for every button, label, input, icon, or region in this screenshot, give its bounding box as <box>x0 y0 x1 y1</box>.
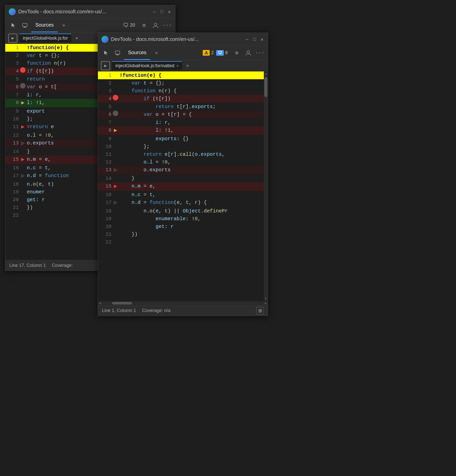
breakpoint-13[interactable]: ▷ <box>21 140 24 146</box>
window-title-1: DevTools - docs.microsoft.com/en-us/... <box>18 9 150 15</box>
table-row: 10 }; <box>98 143 264 150</box>
toolbar-1: Sources » 🗨 20 ⚙ ··· <box>5 18 175 32</box>
table-row: 5 return t[r].exports; <box>98 103 264 111</box>
code-content-2: 1 !function(e) { 2 var t = {}; 3 functio… <box>98 71 264 301</box>
breakpoint-w2-4[interactable] <box>113 95 118 100</box>
horizontal-scrollbar[interactable]: ◀ ▶ <box>98 301 268 305</box>
cursor-icon[interactable] <box>8 20 18 30</box>
breakpoint-4[interactable] <box>20 67 26 73</box>
table-row: 14 } <box>98 175 264 182</box>
table-row: 12 o.l = !0, <box>98 158 264 166</box>
table-row: 18 n.o(e, t) || Object.definePr <box>98 207 264 215</box>
settings-small-btn[interactable]: ⊞ <box>256 307 264 314</box>
titlebar-1: DevTools - docs.microsoft.com/en-us/... … <box>5 5 175 18</box>
table-row: 22 <box>98 238 264 246</box>
close-file-tab[interactable]: × <box>176 64 179 68</box>
device-icon[interactable] <box>20 20 30 30</box>
maximize-button-1[interactable]: □ <box>160 10 164 14</box>
table-row: 8 ▶ l: !1, <box>98 126 264 135</box>
minimize-button-1[interactable]: — <box>152 10 157 14</box>
file-header-2: ▶ injectGlobalHook.js:formatted × » <box>98 60 268 71</box>
table-row: 20 get: r <box>98 223 264 230</box>
close-button-1[interactable]: ✕ <box>167 10 172 14</box>
window-controls-1: — □ ✕ <box>152 10 172 14</box>
scrollbar-thumb[interactable] <box>264 77 267 97</box>
app-icon-1 <box>9 8 16 15</box>
table-row: 21 }) <box>98 230 264 238</box>
more-tabs-1[interactable]: » <box>59 21 68 30</box>
device-icon-2[interactable] <box>112 48 123 58</box>
play-button-2[interactable]: ▶ <box>101 61 110 70</box>
svg-rect-4 <box>115 51 120 54</box>
table-row: 17 ▷ n.d = function(e, t, r) { <box>98 199 264 207</box>
svg-point-7 <box>247 51 250 53</box>
statusbar-2: Line 1, Column 1 Coverage: n/a ⊞ <box>98 305 268 316</box>
vertical-scrollbar[interactable]: ▲ ▼ <box>264 71 268 301</box>
table-row: 1 !function(e) { <box>98 71 264 79</box>
breakpoint-17[interactable]: ▷ <box>21 173 24 179</box>
breakpoint-w2-13[interactable]: ▷ <box>114 167 117 173</box>
file-tab-2[interactable]: injectGlobalHook.js:formatted × <box>112 61 182 70</box>
breakpoint-w2-6[interactable] <box>113 111 118 116</box>
titlebar-2: DevTools - docs.microsoft.com/en-us/... … <box>98 33 268 46</box>
warning-badge-2: ⚠ 2 🗨 8 <box>200 49 230 57</box>
table-row: 13 ▷ o.exports <box>98 166 264 175</box>
svg-point-3 <box>154 23 157 26</box>
window-title-2: DevTools - docs.microsoft.com/en-us/... <box>111 36 242 42</box>
table-row: 2 var t = {}; <box>98 79 264 87</box>
maximize-button-2[interactable]: □ <box>252 37 257 42</box>
app-icon-2 <box>101 36 108 43</box>
table-row: 7 i: r, <box>98 119 264 126</box>
breakpoint-15[interactable]: ▶ <box>21 156 24 163</box>
breakpoint-6[interactable] <box>20 83 26 89</box>
count-badge-1: 🗨 20 <box>121 21 138 30</box>
code-with-scrollbar: 1 !function(e) { 2 var t = {}; 3 functio… <box>98 71 268 301</box>
table-row: 15 ▶ n.m = e, <box>98 182 264 191</box>
file-chevron-2[interactable]: » <box>186 63 189 68</box>
window-controls-2: — □ ✕ <box>245 37 264 42</box>
play-button-1[interactable]: ▶ <box>8 34 17 43</box>
minimize-button-2[interactable]: — <box>245 37 249 42</box>
table-row: 6 var o = t[r] = { <box>98 111 264 119</box>
table-row: 19 enumerable: !0, <box>98 215 264 223</box>
table-row: 16 n.c = t, <box>98 191 264 199</box>
sources-tab-1[interactable]: Sources <box>31 18 58 32</box>
breakpoint-11[interactable]: ▶ <box>21 124 24 130</box>
devtools-window-2: DevTools - docs.microsoft.com/en-us/... … <box>98 33 268 316</box>
breakpoint-w2-17[interactable]: ▷ <box>114 200 117 206</box>
sources-tab-2[interactable]: Sources <box>124 46 150 60</box>
toolbar-2: Sources » ⚠ 2 🗨 8 ⚙ ··· <box>98 46 268 60</box>
breakpoint-w2-8[interactable]: ▶ <box>114 127 117 134</box>
settings-icon-2[interactable]: ⚙ <box>232 48 242 58</box>
file-tab-1[interactable]: injectGlobalHook.js:for <box>19 34 71 42</box>
more-tabs-2[interactable]: » <box>152 48 161 57</box>
settings-icon-1[interactable]: ⚙ <box>139 20 149 30</box>
code-table-2: 1 !function(e) { 2 var t = {}; 3 functio… <box>98 71 264 246</box>
close-button-2[interactable]: ✕ <box>260 37 264 42</box>
hscrollbar-thumb[interactable] <box>112 302 132 304</box>
table-row: 4 if (t[r]) <box>98 95 264 103</box>
user-icon-2[interactable] <box>243 48 253 58</box>
table-row: 9 exports: {} <box>98 135 264 143</box>
svg-rect-0 <box>23 23 27 27</box>
more-menu-2[interactable]: ··· <box>255 48 265 58</box>
breakpoint-8[interactable]: ▶ <box>21 100 24 106</box>
file-chevron-1[interactable]: » <box>75 36 78 41</box>
user-icon-1[interactable] <box>151 20 161 30</box>
table-row: 11 return e[r].call(o.exports, <box>98 150 264 158</box>
more-menu-1[interactable]: ··· <box>162 20 172 30</box>
cursor-icon-2[interactable] <box>101 48 111 58</box>
table-row: 3 function n(r) { <box>98 87 264 95</box>
breakpoint-w2-15[interactable]: ▶ <box>114 183 117 190</box>
